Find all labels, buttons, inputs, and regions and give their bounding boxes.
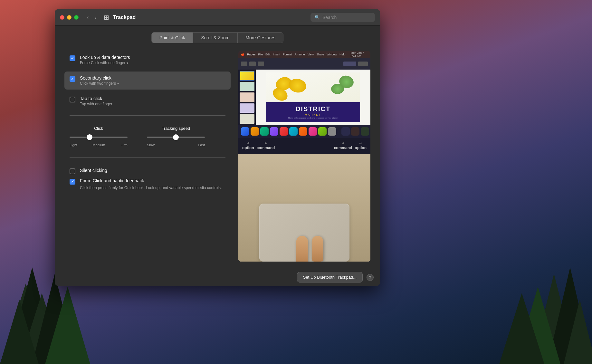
click-label-firm: Firm [120, 143, 128, 147]
preview-menu-pages: Pages [247, 53, 256, 56]
key-alt-left: alt option [242, 142, 254, 150]
traffic-lights [60, 15, 79, 20]
force-click-text: Force Click and haptic feedback Click th… [80, 178, 222, 191]
dock-icon-6 [289, 127, 298, 136]
dock-icon-5 [280, 127, 288, 136]
dock-icon-3 [260, 127, 269, 136]
lookup-label: Look up & data detectors [80, 55, 130, 60]
content-area: Point & Click Scroll & Zoom More Gesture… [55, 26, 380, 268]
dock-icon-10 [328, 127, 336, 136]
preview-dock [238, 125, 370, 138]
poster-bottom: DISTRICT • MARKET • Home-style prepared … [266, 102, 360, 122]
preview-thumb-2 [240, 82, 254, 91]
tab-more-gestures[interactable]: More Gestures [237, 32, 283, 43]
preview-toolbar [238, 58, 370, 70]
click-slider[interactable] [70, 137, 128, 138]
preview-keyboard-bar: alt option ⌘ command ⌘ command alt opti [238, 138, 370, 154]
setup-bluetooth-button[interactable]: Set Up Bluetooth Trackpad... [297, 272, 363, 283]
click-slider-title: Click [70, 126, 128, 131]
key-alt-right-bottom: option [355, 146, 367, 150]
secondary-click-setting[interactable]: Secondary click Click with two fingers ▾ [64, 72, 231, 90]
tracking-label-fast: Fast [198, 143, 205, 147]
apps-grid-icon[interactable]: ⊞ [104, 14, 109, 21]
tab-scroll-zoom[interactable]: Scroll & Zoom [193, 32, 237, 43]
secondary-click-text: Secondary click Click with two fingers ▾ [80, 75, 119, 86]
dock-icon-7 [299, 127, 307, 136]
tracking-slider[interactable] [147, 137, 205, 138]
dock-icon-13 [361, 127, 369, 136]
preview-thumb-3 [240, 92, 254, 102]
main-layout: Look up & data detectors Force Click wit… [64, 51, 370, 262]
preview-menu-window: Window [327, 53, 337, 56]
key-alt-left-top: alt [247, 142, 250, 145]
poster-image [266, 72, 360, 105]
dock-icon-8 [309, 127, 317, 136]
key-cmd-right: ⌘ command [334, 142, 352, 150]
secondary-click-dropdown-arrow: ▾ [117, 82, 119, 85]
tab-point-click[interactable]: Point & Click [151, 32, 193, 43]
force-click-setting[interactable]: Force Click and haptic feedback Click th… [70, 178, 225, 191]
tracking-slider-container [147, 133, 205, 139]
click-slider-container [70, 133, 128, 139]
tap-click-setting[interactable]: Tap to click Tap with one finger [64, 92, 231, 110]
preview-menu-format: Format [283, 53, 292, 56]
lookup-setting[interactable]: Look up & data detectors Force Click wit… [64, 51, 231, 69]
silent-clicking-text: Silent clicking [80, 168, 107, 173]
preview-panel: 🍎 Pages File Edit Insert Format Arrange … [238, 51, 370, 262]
key-cmd-left-bottom: command [257, 146, 275, 150]
silent-clicking-checkbox[interactable] [70, 168, 75, 174]
dock-icon-4 [270, 127, 278, 136]
back-button[interactable]: ‹ [85, 14, 91, 21]
finger-left [296, 236, 308, 262]
tap-click-checkbox[interactable] [70, 97, 75, 102]
preview-trackpad-area [238, 154, 370, 262]
secondary-click-label: Secondary click [80, 75, 119, 81]
secondary-click-sublabel: Click with two fingers ▾ [80, 81, 119, 86]
sliders-section: Click Light Medium Firm Tracking speed [64, 121, 231, 152]
search-input[interactable] [322, 15, 368, 20]
close-button[interactable] [60, 15, 64, 20]
lookup-sublabel: Force Click with one finger ▾ [80, 61, 130, 65]
key-alt-right: alt option [355, 142, 367, 150]
divider-1 [70, 115, 225, 116]
dock-icon-9 [318, 127, 327, 136]
preview-screen: 🍎 Pages File Edit Insert Format Arrange … [238, 51, 370, 138]
dock-icon-12 [351, 127, 359, 136]
toolbar-share-btn [358, 62, 368, 66]
preview-menu-edit: Edit [265, 53, 271, 56]
toolbar-add-btn [343, 62, 356, 66]
search-bar[interactable]: 🔍 [310, 13, 375, 22]
force-click-checkbox[interactable] [70, 179, 75, 185]
toolbar-btn-1 [241, 62, 247, 66]
tabs: Point & Click Scroll & Zoom More Gesture… [64, 32, 370, 43]
tap-click-sublabel: Tap with one finger [80, 102, 112, 106]
dock-icon-11 [341, 127, 350, 136]
preview-time: Mon Jan 7 8:41 AM [351, 51, 368, 58]
preview-menu-apple: 🍎 [241, 53, 244, 56]
preview-menu-file: File [258, 53, 263, 56]
preview-menubar: 🍎 Pages File Edit Insert Format Arrange … [238, 51, 370, 58]
preview-menu-share: Share [316, 53, 324, 56]
silent-clicking-setting[interactable]: Silent clicking [70, 168, 225, 174]
preview-thumb-4 [240, 103, 254, 113]
key-alt-right-top: alt [359, 142, 362, 145]
force-click-label: Force Click and haptic feedback [80, 178, 222, 183]
maximize-button[interactable] [74, 15, 79, 20]
help-button[interactable]: ? [367, 274, 374, 281]
dock-icon-1 [241, 127, 249, 136]
poster: DISTRICT • MARKET • Home-style prepared … [266, 72, 360, 122]
toolbar-btn-3 [258, 62, 264, 66]
minimize-button[interactable] [67, 15, 72, 20]
click-label-light: Light [70, 143, 77, 147]
lookup-text: Look up & data detectors Force Click wit… [80, 55, 130, 65]
settings-panel: Look up & data detectors Force Click wit… [64, 51, 231, 262]
forward-button[interactable]: › [93, 14, 99, 21]
click-slider-labels: Light Medium Firm [70, 143, 128, 147]
lime-2 [331, 84, 344, 94]
preview-menu-insert: Insert [273, 53, 281, 56]
lookup-checkbox[interactable] [70, 55, 75, 61]
preview-main: DISTRICT • MARKET • Home-style prepared … [256, 70, 370, 125]
secondary-click-checkbox[interactable] [70, 76, 75, 82]
tracking-slider-labels: Slow Fast [147, 143, 205, 147]
nav-buttons: ‹ › [85, 14, 99, 21]
